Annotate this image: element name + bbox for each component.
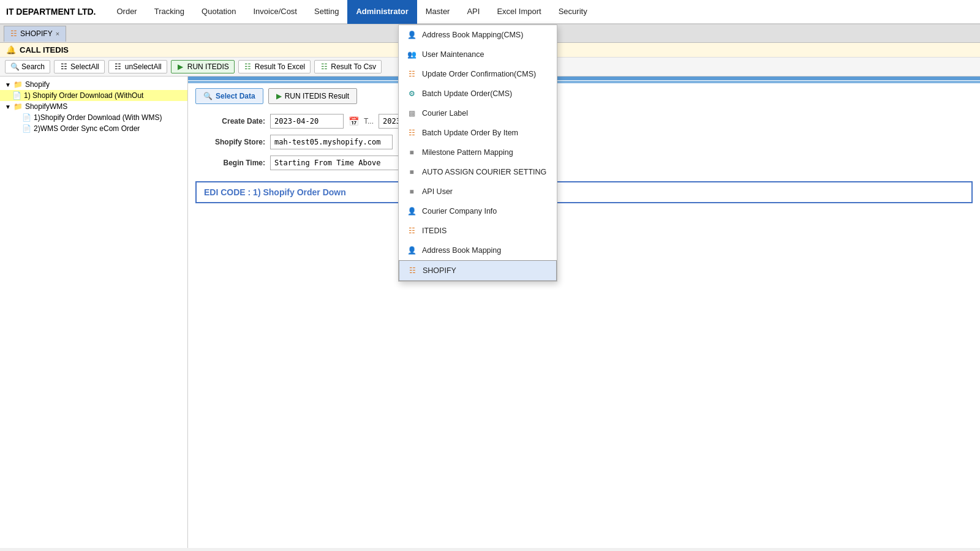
tree-shopify-label: Shopify: [25, 80, 50, 89]
person-icon: 👤: [406, 29, 417, 40]
shopify-store-input[interactable]: [270, 135, 393, 149]
company-icon: 👤: [406, 206, 417, 217]
tree-shopify-item1-label: 1) Shopify Order Download (WithOut: [24, 91, 143, 100]
unselect-all-icon: ☷: [114, 62, 123, 71]
form-area: Create Date: 📅 T... Shopify Store: Begin…: [188, 109, 980, 175]
dropdown-batch-update-order[interactable]: ⚙ Batch Update Order(CMS): [399, 84, 557, 103]
dropdown-batch-update-item[interactable]: ☷ Batch Update Order By Item: [399, 123, 557, 143]
edi-code-text: EDI CODE : 1) Shopify Order Down: [204, 187, 346, 197]
tree-shopifywms-item1[interactable]: 📄 1)Shopify Order Download (With WMS): [0, 112, 187, 123]
nav-invoice[interactable]: Invoice/Cost: [244, 0, 306, 24]
shopify-store-label: Shopify Store:: [198, 138, 265, 146]
tree-shopify-folder[interactable]: ▼ 📁 Shopify: [0, 79, 187, 90]
nav-quotation[interactable]: Quotation: [193, 0, 244, 24]
dropdown-api-user[interactable]: ■ API User: [399, 182, 557, 201]
run-itedis-result-button[interactable]: ▶ RUN ITEDIS Result: [268, 88, 357, 104]
tree-shopifywms-label: ShopifyWMS: [25, 102, 67, 111]
file-icon: 📄: [12, 91, 21, 100]
blue-stripe-1: [188, 77, 980, 80]
gear-icon: ⚙: [406, 88, 417, 99]
call-label: CALL ITEDIS: [20, 45, 69, 54]
create-date-from-input[interactable]: [270, 114, 344, 129]
top-navigation: IT DEPARTMENT LTD. Order Tracking Quotat…: [0, 0, 980, 24]
tree-shopifywms-item2-label: 2)WMS Order Sync eCom Order: [34, 124, 140, 133]
dropdown-courier-label[interactable]: ▩ Courier Label: [399, 103, 557, 123]
dropdown-address-book[interactable]: 👤 Address Book Mapping: [399, 241, 557, 260]
dropdown-shopify[interactable]: ☷ SHOPIFY: [399, 260, 557, 281]
tree-shopifywms-item2[interactable]: 📄 2)WMS Order Sync eCom Order: [0, 123, 187, 134]
file-icon3: 📄: [22, 124, 31, 133]
tree-shopifywms-item1-label: 1)Shopify Order Download (With WMS): [34, 113, 162, 122]
begin-time-label: Begin Time:: [198, 159, 265, 167]
begin-time-row: Begin Time:: [198, 156, 970, 170]
folder-icon: 📁: [13, 80, 23, 89]
result-excel-button[interactable]: ☷ Result To Excel: [238, 60, 311, 73]
nav-security[interactable]: Security: [550, 0, 596, 24]
list-icon: ☷: [406, 127, 417, 138]
select-all-button[interactable]: ☷ SelectAll: [54, 60, 105, 73]
tree-shopifywms-folder[interactable]: ▼ 📁 ShopifyWMS: [0, 101, 187, 112]
content-panel: 🔍 Select Data ▶ RUN ITEDIS Result Create…: [188, 77, 980, 548]
nav-master[interactable]: Master: [417, 0, 459, 24]
nav-order[interactable]: Order: [108, 0, 145, 24]
search-icon: 🔍: [10, 62, 19, 71]
begin-time-input[interactable]: [270, 156, 405, 170]
itedis-icon: ☷: [406, 225, 417, 236]
select-data-button[interactable]: 🔍 Select Data: [195, 88, 263, 104]
collapse-icon2: ▼: [5, 103, 11, 110]
nav-administrator[interactable]: Administrator: [347, 0, 417, 24]
folder-icon2: 📁: [13, 102, 23, 111]
dropdown-courier-company[interactable]: 👤 Courier Company Info: [399, 201, 557, 221]
nav-api[interactable]: API: [458, 0, 488, 24]
csv-icon: ☷: [320, 62, 328, 71]
shopify-store-row: Shopify Store:: [198, 135, 970, 149]
dropdown-milestone-pattern[interactable]: ■ Milestone Pattern Mapping: [399, 143, 557, 162]
create-date-label: Create Date:: [198, 117, 265, 126]
label-icon: ▩: [406, 108, 417, 119]
result-csv-button[interactable]: ☷ Result To Csv: [314, 60, 382, 73]
tab-shopify[interactable]: ☷ SHOPIFY ×: [4, 26, 66, 42]
run-itedis-button[interactable]: ▶ RUN ITEDIS: [171, 60, 235, 73]
select-all-icon: ☷: [59, 62, 68, 71]
run-result-icon: ▶: [276, 92, 282, 100]
select-data-icon: 🔍: [203, 92, 213, 100]
tab-label: SHOPIFY: [20, 29, 53, 38]
shopify-icon: ☷: [407, 265, 418, 276]
edi-code-area: EDI CODE : 1) Shopify Order Down: [195, 181, 973, 203]
excel-icon: ☷: [244, 62, 252, 71]
collapse-icon: ▼: [5, 81, 11, 88]
dropdown-auto-assign[interactable]: ■ AUTO ASSIGN COURIER SETTING: [399, 162, 557, 182]
setting-icon: ■: [406, 167, 417, 178]
action-row: 🔍 Select Data ▶ RUN ITEDIS Result: [188, 83, 980, 109]
user-icon: 👥: [406, 49, 417, 60]
call-icon: 🔔: [6, 45, 16, 54]
address-icon: 👤: [406, 245, 417, 256]
tab-icon: ☷: [10, 29, 17, 38]
calendar-icon[interactable]: 📅: [349, 116, 359, 126]
dropdown-address-book-cms[interactable]: 👤 Address Book Mapping(CMS): [399, 25, 557, 45]
api-icon: ■: [406, 186, 417, 197]
tree-panel: ▼ 📁 Shopify 📄 1) Shopify Order Download …: [0, 77, 188, 548]
run-icon: ▶: [176, 62, 185, 71]
administrator-dropdown: 👤 Address Book Mapping(CMS) 👥 User Maint…: [398, 24, 557, 282]
unselect-all-button[interactable]: ☷ unSelectAll: [108, 60, 167, 73]
create-date-row: Create Date: 📅 T...: [198, 114, 970, 129]
dropdown-itedis[interactable]: ☷ ITEDIS: [399, 221, 557, 241]
nav-tracking[interactable]: Tracking: [146, 0, 193, 24]
tree-shopify-item1[interactable]: 📄 1) Shopify Order Download (WithOut: [0, 90, 187, 101]
dropdown-update-order-cms[interactable]: ☷ Update Order Confirmation(CMS): [399, 64, 557, 84]
map-icon: ■: [406, 147, 417, 158]
dropdown-user-maintenance[interactable]: 👥 User Maintenance: [399, 45, 557, 64]
file-icon2: 📄: [22, 113, 31, 122]
nav-excel[interactable]: Excel Import: [488, 0, 549, 24]
app-title: IT DEPARTMENT LTD.: [6, 7, 96, 17]
date-separator: T...: [364, 117, 374, 126]
search-button[interactable]: 🔍 Search: [5, 60, 50, 73]
nav-setting[interactable]: Setting: [306, 0, 347, 24]
grid-icon: ☷: [406, 69, 417, 80]
tab-close-button[interactable]: ×: [56, 30, 59, 37]
